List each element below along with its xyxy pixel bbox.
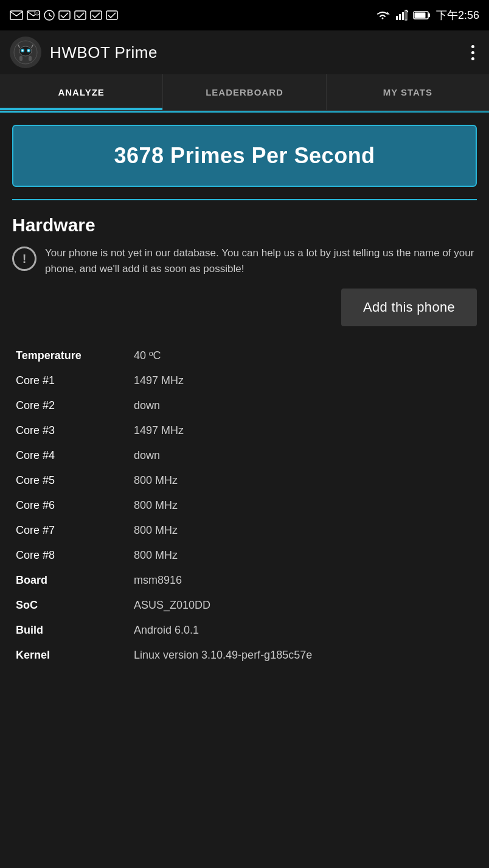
main-content: 3678 Primes Per Second Hardware ! Your p… <box>0 113 489 680</box>
svg-rect-9 <box>91 11 102 19</box>
spec-row-board: Board msm8916 <box>12 568 477 593</box>
app-logo <box>10 37 41 68</box>
envelope-icon <box>10 10 23 20</box>
svg-rect-12 <box>396 16 398 20</box>
tab-leaderboard[interactable]: LEADERBOARD <box>163 74 326 110</box>
spec-row-kernel: Kernel Linux version 3.10.49-perf-g185c5… <box>12 643 477 668</box>
battery-icon <box>413 10 431 20</box>
spec-label-core4: Core #4 <box>12 449 134 462</box>
tab-analyze-label: ANALYZE <box>58 87 104 97</box>
spec-label-kernel: Kernel <box>12 649 134 662</box>
tab-mystats-label: MY STATS <box>383 87 432 97</box>
spec-value-board: msm8916 <box>134 574 182 587</box>
tab-bar: ANALYZE LEADERBOARD MY STATS <box>0 74 489 111</box>
spec-label-core8: Core #8 <box>12 549 134 562</box>
spec-value-build: Android 6.0.1 <box>134 624 199 637</box>
check-icon-3 <box>90 10 102 20</box>
svg-text:!: ! <box>36 12 37 15</box>
spec-row-core4: Core #4 down <box>12 443 477 468</box>
spec-value-core1: 1497 MHz <box>134 374 184 387</box>
spec-label-soc: SoC <box>12 599 134 612</box>
overflow-dot-3 <box>471 57 474 60</box>
spec-label-core5: Core #5 <box>12 474 134 487</box>
app-bar-left: HWBOT Prime <box>10 37 158 68</box>
spec-value-temperature: 40 ºC <box>134 349 161 362</box>
spec-value-core3: 1497 MHz <box>134 424 184 437</box>
svg-rect-13 <box>399 14 401 20</box>
spec-value-soc: ASUS_Z010DD <box>134 599 210 612</box>
spec-label-core1: Core #1 <box>12 374 134 387</box>
spec-value-core4: down <box>134 449 160 462</box>
svg-rect-7 <box>59 11 70 19</box>
svg-rect-27 <box>29 56 32 61</box>
svg-rect-0 <box>10 11 23 19</box>
svg-rect-14 <box>402 12 404 20</box>
svg-point-24 <box>22 50 24 52</box>
hardware-section-title: Hardware <box>12 215 477 236</box>
spec-label-core6: Core #6 <box>12 499 134 512</box>
status-bar: ! <box>0 0 489 30</box>
check-icon-4 <box>106 10 118 20</box>
add-phone-button-container: Add this phone <box>12 289 477 326</box>
spec-row-core5: Core #5 800 MHz <box>12 468 477 493</box>
signal-icon <box>395 10 408 21</box>
hardware-notice: ! Your phone is not yet in our database.… <box>12 245 477 276</box>
status-bar-icons-right: 下午2:56 <box>375 8 479 23</box>
score-value: 3678 Primes Per Second <box>114 143 375 168</box>
overflow-menu-button[interactable] <box>466 40 479 65</box>
svg-rect-19 <box>414 13 425 18</box>
spec-row-core2: Core #2 down <box>12 393 477 418</box>
mail-icon: ! <box>27 10 40 20</box>
spec-value-core5: 800 MHz <box>134 474 178 487</box>
hardware-notice-text: Your phone is not yet in our database. Y… <box>45 245 477 276</box>
status-time: 下午2:56 <box>436 8 479 23</box>
spec-value-core6: 800 MHz <box>134 499 178 512</box>
spec-row-core8: Core #8 800 MHz <box>12 543 477 568</box>
clock-icon <box>44 10 55 21</box>
overflow-dot-1 <box>471 45 474 48</box>
hardware-section: Hardware ! Your phone is not yet in our … <box>12 215 477 668</box>
hardware-specs: Temperature 40 ºC Core #1 1497 MHz Core … <box>12 343 477 668</box>
wifi-icon <box>375 10 390 21</box>
spec-row-build: Build Android 6.0.1 <box>12 618 477 643</box>
hwbot-logo-icon <box>13 40 38 65</box>
spec-row-core3: Core #3 1497 MHz <box>12 418 477 443</box>
tab-mystats[interactable]: MY STATS <box>327 74 489 110</box>
spec-value-core2: down <box>134 399 160 412</box>
spec-row-core1: Core #1 1497 MHz <box>12 368 477 393</box>
svg-line-6 <box>49 15 52 16</box>
tab-analyze[interactable]: ANALYZE <box>0 74 163 110</box>
spec-row-core6: Core #6 800 MHz <box>12 493 477 518</box>
info-icon: ! <box>12 247 36 271</box>
spec-row-temperature: Temperature 40 ºC <box>12 343 477 368</box>
overflow-dot-2 <box>471 51 474 54</box>
spec-value-core8: 800 MHz <box>134 549 178 562</box>
spec-label-temperature: Temperature <box>12 349 134 362</box>
app-bar: HWBOT Prime <box>0 30 489 74</box>
add-phone-button[interactable]: Add this phone <box>341 289 477 326</box>
spec-label-core2: Core #2 <box>12 399 134 412</box>
spec-row-soc: SoC ASUS_Z010DD <box>12 593 477 618</box>
spec-label-core7: Core #7 <box>12 524 134 537</box>
svg-rect-26 <box>19 56 23 61</box>
svg-point-25 <box>28 50 30 52</box>
score-box: 3678 Primes Per Second <box>12 125 477 187</box>
svg-rect-8 <box>75 11 86 19</box>
spec-label-board: Board <box>12 574 134 587</box>
spec-label-core3: Core #3 <box>12 424 134 437</box>
score-divider <box>12 199 477 200</box>
spec-value-core7: 800 MHz <box>134 524 178 537</box>
svg-rect-18 <box>428 13 430 17</box>
svg-rect-10 <box>106 11 117 19</box>
check-icon-1 <box>58 10 71 20</box>
svg-rect-15 <box>405 10 407 20</box>
status-bar-icons-left: ! <box>10 10 118 21</box>
spec-value-kernel: Linux version 3.10.49-perf-g185c57e <box>134 649 312 662</box>
spec-row-core7: Core #7 800 MHz <box>12 518 477 543</box>
app-title: HWBOT Prime <box>50 43 158 62</box>
spec-label-build: Build <box>12 624 134 637</box>
tab-leaderboard-label: LEADERBOARD <box>206 87 283 97</box>
check-icon-2 <box>74 10 86 20</box>
